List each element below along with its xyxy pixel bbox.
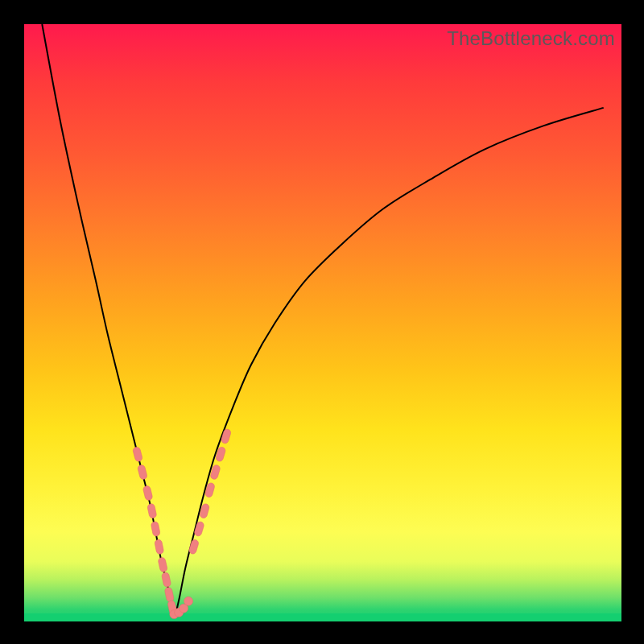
scatter-pill <box>158 557 168 573</box>
curve-right <box>175 108 604 616</box>
chart-frame: TheBottleneck.com <box>0 0 644 644</box>
watermark-label: TheBottleneck.com <box>447 27 615 50</box>
scatter-pill <box>151 521 160 536</box>
scatter-pill <box>137 464 147 481</box>
scatter-pill <box>132 446 142 462</box>
scatter-pill <box>164 587 175 602</box>
scatter-pill <box>142 485 153 502</box>
scatter-pill <box>161 572 171 588</box>
scatter-pill <box>221 428 232 444</box>
scatter-pill <box>147 503 157 518</box>
scatter-pill <box>188 539 200 555</box>
scatter-pill <box>194 521 205 537</box>
scatter-points <box>132 428 231 619</box>
scatter-pill <box>155 539 164 555</box>
chart-plot-area: TheBottleneck.com <box>24 24 621 621</box>
scatter-dot <box>184 597 193 605</box>
chart-svg <box>24 24 621 621</box>
